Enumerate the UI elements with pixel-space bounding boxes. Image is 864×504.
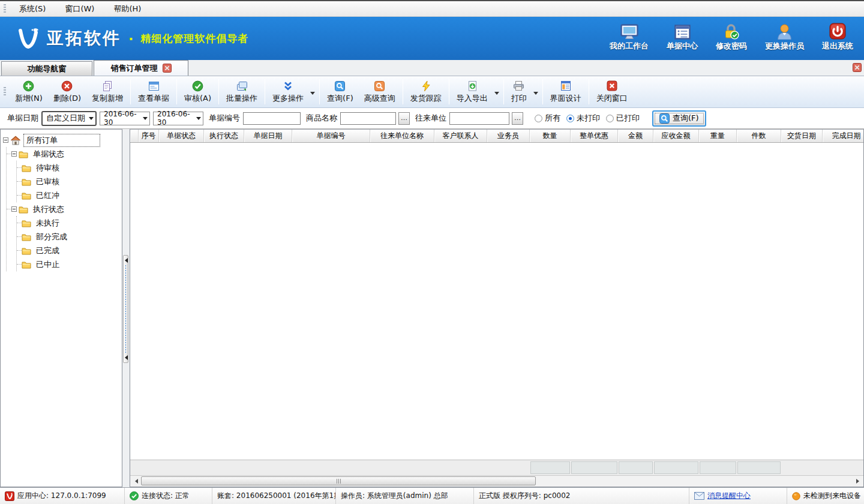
menu-item-0[interactable]: 系统(S) [10, 2, 55, 16]
toolbar-button-adv-query[interactable]: 高级查询 [359, 79, 401, 106]
banner-action-my-workbench[interactable]: 我的工作台 [610, 23, 649, 52]
tree-expander[interactable] [11, 151, 17, 157]
toolbar-button-add[interactable]: 新增(N) [10, 79, 48, 106]
column-header-序号[interactable]: 序号 [139, 130, 159, 142]
tree-group-0[interactable]: 单据状态 [7, 147, 121, 161]
scroll-right-button[interactable] [854, 476, 863, 487]
column-header-数量[interactable]: 数量 [530, 130, 571, 142]
tree-leaf-label[interactable]: 已完成 [34, 245, 62, 257]
date-from-select[interactable]: 2016-06-30 [100, 112, 150, 125]
banner-action-switch-operator[interactable]: 更换操作员 [765, 23, 804, 52]
toolbar-separator [542, 79, 543, 104]
toolbar-button-batch-ops[interactable]: 批量操作 [221, 79, 263, 106]
tree-leaf-label[interactable]: 已审核 [34, 176, 62, 188]
tree-leaf-1-2[interactable]: 已完成 [17, 244, 121, 257]
panel-splitter[interactable] [122, 129, 130, 487]
column-header-客户联系人[interactable]: 客户联系人 [434, 130, 487, 142]
product-lookup-button[interactable]: … [398, 112, 410, 125]
column-header-件数[interactable]: 件数 [737, 130, 781, 142]
tree-root-label[interactable]: 所有订单 [23, 134, 100, 147]
scrollbar-thumb[interactable] [141, 476, 536, 485]
dropdown-arrow-icon[interactable] [494, 92, 499, 97]
toolbar-button-audit[interactable]: 审核(A) [179, 79, 217, 106]
column-header-单据日期[interactable]: 单据日期 [244, 130, 292, 142]
partner-lookup-button[interactable]: … [512, 112, 523, 125]
splitter-handle[interactable] [123, 255, 128, 363]
delete-icon [61, 80, 73, 92]
toolbar-button-ship-track[interactable]: 发货跟踪 [405, 79, 447, 106]
column-header-单据状态[interactable]: 单据状态 [159, 130, 204, 142]
column-header-往来单位名称[interactable]: 往来单位名称 [370, 130, 434, 142]
table-body[interactable] [130, 143, 863, 460]
column-header-应收金额[interactable]: 应收金额 [653, 130, 699, 142]
tabbar-close-icon[interactable] [853, 63, 862, 72]
summary-cell [159, 460, 204, 475]
banner-action-exit-system[interactable]: 退出系统 [822, 23, 853, 52]
tree-leaf-label[interactable]: 未执行 [34, 217, 62, 229]
date-mode-select[interactable]: 自定义日期 [41, 111, 97, 126]
tree-group-1[interactable]: 执行状态 [7, 202, 121, 216]
dropdown-arrow-icon[interactable] [533, 92, 538, 97]
tree-leaf-label[interactable]: 已中止 [34, 259, 62, 271]
date-to-select[interactable]: 2016-06-30 [153, 112, 203, 125]
toolbar-button-import-export[interactable]: 导入导出 [451, 79, 493, 106]
column-header-金额[interactable]: 金额 [618, 130, 653, 142]
table-header-row: 序号单据状态执行状态单据日期单据编号往来单位名称客户联系人业务员数量整单优惠金额… [130, 130, 863, 143]
tree-leaf-0-2[interactable]: 已红冲 [17, 188, 121, 202]
tree-leaf-label[interactable]: 已红冲 [34, 190, 62, 202]
dropdown-arrow-icon[interactable] [310, 92, 315, 97]
tab-nav-window[interactable]: 功能导航窗 [1, 61, 92, 76]
product-name-input[interactable] [340, 112, 396, 125]
status-text: 应用中心: 127.0.0.1:7099 [17, 491, 106, 501]
partner-input[interactable] [449, 112, 509, 125]
toolbar-button-print[interactable]: 打印 [506, 79, 532, 106]
column-header-交货日期[interactable]: 交货日期 [781, 130, 823, 142]
tree-expander[interactable] [3, 137, 8, 143]
tree-root-row[interactable]: 所有订单 [3, 133, 121, 147]
tab-sales-order[interactable]: 销售订单管理 [94, 60, 188, 76]
query-button[interactable]: 查询(F) [652, 110, 706, 127]
toolbar-button-more-ops[interactable]: 更多操作 [267, 79, 309, 106]
toolbar-button-query[interactable]: 查询(F) [322, 79, 359, 106]
scroll-left-button[interactable] [130, 476, 140, 487]
tree-group-label[interactable]: 单据状态 [31, 148, 67, 160]
tree-leaf-label[interactable]: 待审核 [34, 162, 62, 174]
toolbar-button-ui-design[interactable]: 界面设计 [545, 79, 587, 106]
menu-item-2[interactable]: 帮助(H) [104, 2, 151, 16]
toolbar-button-label: 发货跟踪 [410, 93, 442, 104]
column-header-执行状态[interactable]: 执行状态 [204, 130, 244, 142]
banner-action-bill-center[interactable]: 单据中心 [667, 23, 698, 52]
search-blue-icon [335, 80, 345, 92]
banner-action-change-password[interactable]: 修改密码 [716, 23, 747, 52]
tree-leaf-1-0[interactable]: 未执行 [17, 216, 121, 230]
toolbar-button-delete[interactable]: 删除(D) [48, 79, 86, 106]
toolbar-grip[interactable] [4, 87, 6, 97]
tree-leaf-0-1[interactable]: 已审核 [17, 175, 121, 188]
tree-leaf-label[interactable]: 部分完成 [34, 231, 70, 243]
toolbar-button-close-window[interactable]: 关闭窗口 [591, 79, 633, 106]
print-radio-2[interactable]: 已打印 [606, 113, 640, 124]
folder-icon [22, 164, 31, 172]
tree-leaf-1-1[interactable]: 部分完成 [17, 230, 121, 244]
column-header-重量[interactable]: 重量 [699, 130, 737, 142]
column-header-业务员[interactable]: 业务员 [487, 130, 530, 142]
toolbar-button-view-bill[interactable]: 查看单据 [133, 79, 175, 106]
menu-item-1[interactable]: 窗口(W) [55, 2, 104, 16]
column-header-selector[interactable] [130, 130, 139, 142]
tab-close-icon[interactable] [163, 64, 172, 73]
print-radio-0[interactable]: 所有 [535, 113, 560, 124]
column-header-单据编号[interactable]: 单据编号 [292, 130, 370, 142]
column-header-整单优惠[interactable]: 整单优惠 [571, 130, 618, 142]
column-header-完成日期[interactable]: 完成日期 [823, 130, 863, 142]
tree-leaf-0-0[interactable]: 待审核 [17, 161, 121, 175]
lightning-icon [421, 80, 431, 92]
menubar-grip[interactable] [4, 4, 6, 14]
horizontal-scrollbar[interactable] [130, 475, 863, 487]
toolbar-button-copy-add[interactable]: 复制新增 [86, 79, 128, 106]
bill-no-input[interactable] [243, 112, 301, 125]
print-radio-1[interactable]: 未打印 [566, 113, 600, 124]
tree-group-label[interactable]: 执行状态 [31, 203, 67, 215]
status-text-link[interactable]: 消息提醒中心 [707, 491, 751, 501]
tree-leaf-1-3[interactable]: 已中止 [17, 257, 121, 271]
tree-expander[interactable] [11, 206, 17, 212]
